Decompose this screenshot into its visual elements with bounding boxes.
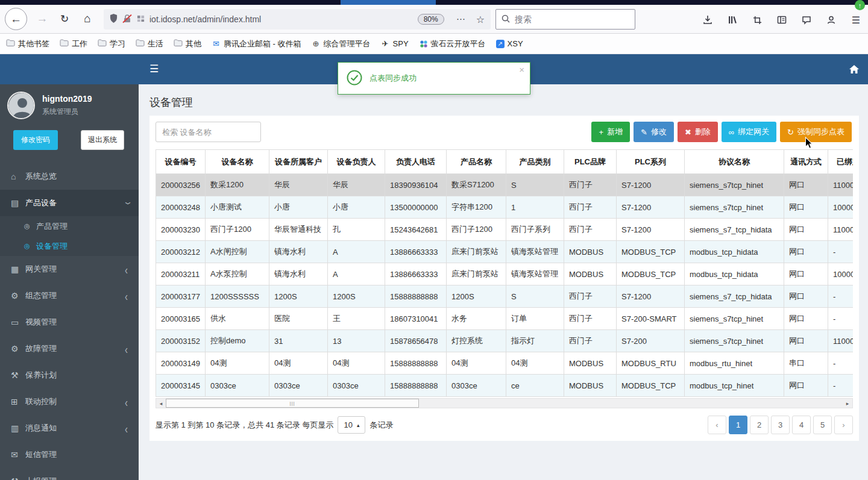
prev-page-button[interactable]: ‹ xyxy=(708,416,726,434)
page-button[interactable]: 2 xyxy=(750,416,769,434)
active-tab-sliver[interactable] xyxy=(341,0,436,5)
sidebar-item-message-notice[interactable]: ▥消息通知‹ xyxy=(0,415,139,441)
table-row[interactable]: 200003256数采1200华辰华辰18390936104数采S71200S西… xyxy=(156,174,854,196)
browser-search-bar[interactable] xyxy=(495,9,635,30)
sidebar-collapse-icon[interactable]: ☰ xyxy=(149,63,159,75)
table-cell: 订单 xyxy=(506,308,564,330)
bookmark-site[interactable]: ↗XSY xyxy=(496,39,523,48)
table-cell: 西门子 xyxy=(564,308,617,330)
wrench-icon: ⚒ xyxy=(11,476,25,480)
column-header[interactable]: 产品名称 xyxy=(447,150,506,174)
table-row[interactable]: 200003211A水泵控制镇海水利A13886663333庶来门前泵站镇海泵站… xyxy=(156,263,854,285)
account-icon[interactable] xyxy=(825,14,837,26)
page-button[interactable]: 5 xyxy=(813,416,832,434)
shield-icon[interactable] xyxy=(110,14,118,25)
sidebar-item-maintenance-plan[interactable]: ⚒保养计划 xyxy=(0,362,139,388)
download-icon[interactable] xyxy=(702,14,714,26)
bookmark-folder[interactable]: 生活 xyxy=(136,39,163,49)
delete-button[interactable]: ✖删除 xyxy=(678,122,718,142)
column-header[interactable]: 通讯方式 xyxy=(784,150,828,174)
column-header[interactable]: 协议名称 xyxy=(685,150,784,174)
table-row[interactable]: 200003165供水医院王18607310041水务订单西门子S7-200-S… xyxy=(156,308,854,330)
column-header[interactable]: PLC品牌 xyxy=(564,150,617,174)
address-bar[interactable]: iot.idosp.net/admin/index.html 80% ⋯ ☆ xyxy=(104,9,491,30)
table-cell: 13886663333 xyxy=(385,241,447,263)
table-row[interactable]: 200003248小唐测试小唐小唐13500000000字符串12001西门子S… xyxy=(156,196,854,219)
library-icon[interactable] xyxy=(726,14,738,26)
page-actions-icon[interactable]: ⋯ xyxy=(456,14,465,25)
column-header[interactable]: 设备编号 xyxy=(156,150,206,174)
table-row[interactable]: 2000031450303ce0303ce0303ce1588888888803… xyxy=(156,375,854,397)
dot-circle-icon: ◎ xyxy=(24,242,36,250)
sidebar-item-config-management[interactable]: ⚙组态管理‹ xyxy=(0,282,139,309)
sidebar-item-sms-management[interactable]: ✉短信管理 xyxy=(0,441,139,468)
bookmark-folder[interactable]: 其他书签 xyxy=(6,39,49,49)
sidebar-item-gateway-management[interactable]: ▦网关管理‹ xyxy=(0,256,139,282)
scrollbar-thumb[interactable]: ||| xyxy=(166,399,419,408)
add-button[interactable]: +新增 xyxy=(591,122,630,142)
chat-icon[interactable] xyxy=(800,14,813,26)
horizontal-scrollbar[interactable]: ◂ ||| ▸ xyxy=(156,398,853,408)
table-cell: 1100008 xyxy=(828,174,854,196)
user-profile: hignton2019 系统管理员 xyxy=(0,84,139,123)
bind-gateway-button[interactable]: ∞绑定网关 xyxy=(722,122,776,142)
forward-button[interactable]: → xyxy=(35,11,49,26)
table-row[interactable]: 200003152控制demo311315878656478灯控系统指示灯西门子… xyxy=(156,330,854,352)
sidebar-item-product-device[interactable]: ▤产品设备‹ xyxy=(0,190,139,216)
screenshot-icon[interactable] xyxy=(751,14,763,26)
column-header[interactable]: 产品类别 xyxy=(506,150,564,174)
bookmark-site[interactable]: ✉腾讯企业邮箱 - 收件箱 xyxy=(212,39,301,49)
reload-button[interactable]: ↻ xyxy=(57,11,72,26)
sidebar-item-fault-management[interactable]: ⚙故障管理‹ xyxy=(0,335,139,362)
column-header[interactable]: 已绑定网关编号 xyxy=(828,150,854,174)
table-row[interactable]: 200003212A水闸控制镇海水利A13886663333庶来门前泵站镇海泵站… xyxy=(156,241,854,263)
edit-button[interactable]: ✎修改 xyxy=(634,122,674,142)
browser-home-button[interactable]: ⌂ xyxy=(80,11,95,26)
device-search-input[interactable] xyxy=(156,122,261,142)
column-header[interactable]: PLC系列 xyxy=(617,150,685,174)
table-row[interactable]: 20000314904测04测04测1588888888804测04测MODBU… xyxy=(156,352,854,375)
page-button[interactable]: 1 xyxy=(729,416,747,434)
scroll-left-icon[interactable]: ◂ xyxy=(156,401,166,407)
extension-badge-icon[interactable]: ↑ xyxy=(855,0,865,10)
insecure-lock-icon[interactable] xyxy=(122,14,132,25)
next-page-button[interactable]: › xyxy=(834,416,853,434)
table-row[interactable]: 200003230西门子1200华辰智通科技孔15243642681西门子120… xyxy=(156,219,854,241)
url-text[interactable]: iot.idosp.net/admin/index.html xyxy=(149,14,261,24)
bookmark-star-icon[interactable]: ☆ xyxy=(476,14,485,25)
browser-search-input[interactable] xyxy=(515,14,617,24)
sidebar-item-video-management[interactable]: ▭视频管理 xyxy=(0,309,139,335)
force-sync-button[interactable]: ↻强制同步点表 xyxy=(780,122,852,142)
bookmark-site[interactable]: ✈SPY xyxy=(381,39,409,48)
bookmark-site[interactable]: ⊕综合管理平台 xyxy=(312,39,371,49)
logout-button[interactable]: 退出系统 xyxy=(81,130,124,150)
table-row[interactable]: 2000031771200SSSSSS1200S1200S15888888888… xyxy=(156,285,854,308)
page-button[interactable]: 3 xyxy=(771,416,790,434)
sidebar-toggle-icon[interactable] xyxy=(776,14,788,26)
bookmark-folder[interactable]: 学习 xyxy=(98,39,125,49)
sidebar-item-report-management[interactable]: ⚒上报管理 xyxy=(0,468,139,480)
column-header[interactable]: 设备名称 xyxy=(206,150,269,174)
back-button[interactable]: ← xyxy=(5,8,27,30)
column-header[interactable]: 设备所属客户 xyxy=(269,150,328,174)
bookmark-site[interactable]: 萤石云开放平台 xyxy=(419,39,486,49)
toast-close-icon[interactable]: × xyxy=(519,64,524,75)
monitor-icon: ▭ xyxy=(11,317,25,327)
column-header[interactable]: 负责人电话 xyxy=(385,150,447,174)
change-password-button[interactable]: 修改密码 xyxy=(13,130,58,150)
sidebar-item-product-management[interactable]: ◎产品管理 xyxy=(0,216,139,236)
bookmark-folder[interactable]: 其他 xyxy=(174,39,201,49)
sidebar-item-system-overview[interactable]: ⌂系统总览 xyxy=(0,163,139,190)
zoom-level-badge[interactable]: 80% xyxy=(418,14,444,25)
column-header[interactable]: 设备负责人 xyxy=(328,150,385,174)
sidebar-item-linkage-control[interactable]: ⊞联动控制‹ xyxy=(0,388,139,415)
menu-icon[interactable]: ☰ xyxy=(850,14,862,26)
app-home-icon[interactable] xyxy=(849,64,860,76)
scroll-right-icon[interactable]: ▸ xyxy=(843,401,852,407)
permissions-icon[interactable] xyxy=(137,14,145,24)
page-button[interactable]: 4 xyxy=(792,416,811,434)
sidebar-item-device-management[interactable]: ◎设备管理 xyxy=(0,236,139,256)
bookmark-folder[interactable]: 工作 xyxy=(60,39,87,49)
avatar[interactable] xyxy=(7,92,35,119)
page-size-select[interactable]: 10 ▴ xyxy=(338,416,365,434)
